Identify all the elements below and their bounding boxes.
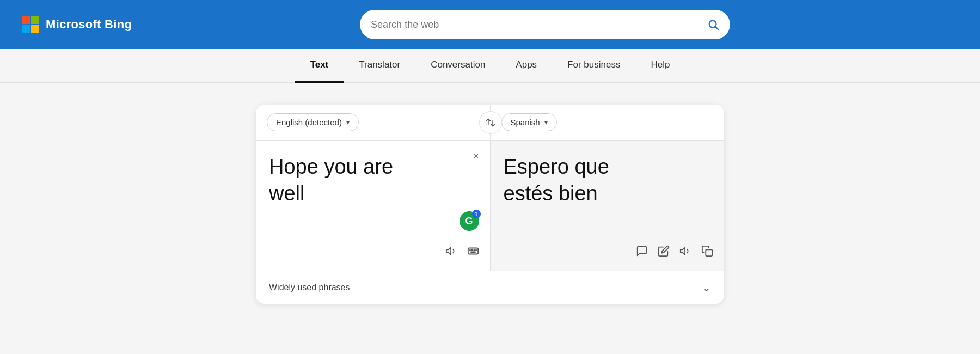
target-edit-button[interactable] <box>656 243 672 262</box>
source-language-selector[interactable]: English (detected) ▾ <box>267 113 359 131</box>
logo-green <box>31 16 39 24</box>
source-text: Hope you are well <box>269 154 477 208</box>
svg-marker-2 <box>446 248 450 255</box>
target-speak-button[interactable] <box>677 243 694 262</box>
phrases-label: Widely used phrases <box>269 283 350 292</box>
svg-line-1 <box>715 27 718 29</box>
logo-area: Microsoft Bing <box>22 16 132 33</box>
swap-languages-button[interactable] <box>479 111 502 134</box>
translator-container: English (detected) ▾ Spanish ▾ <box>256 105 724 304</box>
target-lang-chevron-icon: ▾ <box>544 119 548 126</box>
source-speak-button[interactable] <box>443 243 460 262</box>
header: Microsoft Bing <box>0 0 980 49</box>
clear-input-button[interactable]: × <box>473 151 479 161</box>
nav-item-for-business[interactable]: For business <box>552 49 635 83</box>
source-lang-header: English (detected) ▾ <box>256 105 491 140</box>
grammarly-badge[interactable]: G 1 <box>460 211 479 231</box>
logo-text: Microsoft Bing <box>46 17 132 32</box>
panels-body: Hope you are well × G 1 <box>256 141 724 271</box>
search-input[interactable] <box>371 19 702 30</box>
target-panel: Espero que estés bien <box>491 141 725 271</box>
svg-rect-3 <box>468 248 477 254</box>
nav-item-text[interactable]: Text <box>295 49 344 83</box>
target-chat-button[interactable] <box>634 243 650 262</box>
source-lang-chevron-icon: ▾ <box>346 119 350 126</box>
phrases-chevron-icon: ⌄ <box>702 281 711 294</box>
search-bar-wrapper <box>132 10 958 39</box>
nav-item-help[interactable]: Help <box>635 49 685 83</box>
nav-bar: Text Translator Conversation Apps For bu… <box>0 49 980 83</box>
target-lang-header: Spanish ▾ <box>491 105 725 140</box>
source-panel: Hope you are well × G 1 <box>256 141 491 271</box>
main-content: English (detected) ▾ Spanish ▾ <box>0 83 980 354</box>
nav-item-apps[interactable]: Apps <box>500 49 552 83</box>
target-copy-button[interactable] <box>699 243 715 262</box>
target-language-selector[interactable]: Spanish ▾ <box>501 113 557 131</box>
phrases-bar[interactable]: Widely used phrases ⌄ <box>256 271 724 304</box>
source-footer <box>256 239 490 271</box>
target-body: Espero que estés bien <box>491 141 725 239</box>
logo-yellow <box>31 25 39 33</box>
logo-blue <box>22 25 30 33</box>
microsoft-logo <box>22 16 39 33</box>
nav-item-translator[interactable]: Translator <box>344 49 415 83</box>
search-bar <box>360 10 730 39</box>
search-button[interactable] <box>707 19 719 30</box>
target-footer <box>491 239 725 271</box>
svg-marker-9 <box>681 248 685 255</box>
source-keyboard-button[interactable] <box>465 243 481 262</box>
source-body: Hope you are well × G 1 <box>256 141 490 239</box>
nav-item-conversation[interactable]: Conversation <box>415 49 500 83</box>
panels-header: English (detected) ▾ Spanish ▾ <box>256 105 724 141</box>
logo-red <box>22 16 30 24</box>
svg-rect-10 <box>706 249 712 256</box>
target-text: Espero que estés bien <box>504 154 712 207</box>
grammarly-notification: 1 <box>472 210 481 218</box>
